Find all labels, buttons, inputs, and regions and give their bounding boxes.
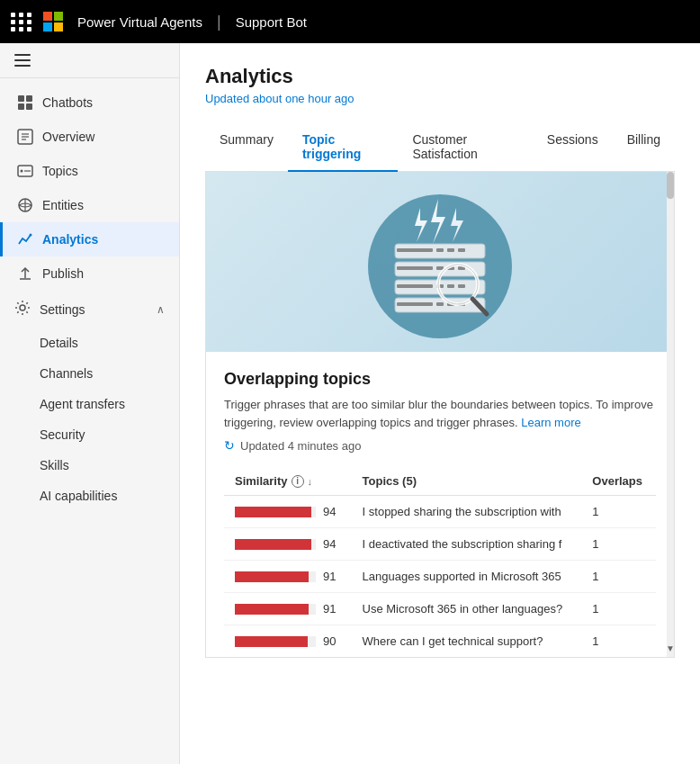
hamburger-menu[interactable]	[14, 54, 165, 67]
similarity-header-label: Similarity	[235, 474, 288, 488]
topic-name[interactable]: I stopped sharing the subscription with	[352, 496, 582, 528]
main-content: Analytics Updated about one hour ago Sum…	[180, 43, 700, 764]
hero-image	[206, 172, 674, 352]
tab-customer-satisfaction[interactable]: Customer Satisfaction	[398, 123, 532, 172]
sidebar-item-entities-label: Entities	[42, 198, 84, 212]
similarity-bar-container	[235, 507, 316, 517]
similarity-bar-container	[235, 636, 316, 647]
subnav-details[interactable]: Details	[0, 328, 179, 358]
topics-icon	[17, 163, 33, 179]
scroll-thumb[interactable]	[667, 172, 674, 199]
tab-summary[interactable]: Summary	[205, 123, 288, 172]
svg-point-9	[21, 170, 23, 173]
tab-billing[interactable]: Billing	[613, 123, 675, 172]
sidebar-item-analytics[interactable]: Analytics	[0, 222, 179, 256]
svg-rect-35	[436, 302, 444, 306]
similarity-bar	[235, 636, 308, 647]
svg-rect-2	[18, 103, 24, 110]
similarity-bar	[235, 539, 311, 550]
refresh-icon[interactable]: ↻	[224, 438, 235, 453]
svg-rect-21	[447, 248, 454, 252]
similarity-value: 91	[323, 570, 336, 583]
waffle-menu[interactable]	[11, 13, 32, 31]
table-row[interactable]: 90 Where can I get technical support? 1	[224, 625, 656, 658]
sidebar-header	[0, 43, 179, 78]
overview-icon	[17, 129, 33, 145]
table-header: Similarity i ↓ Topics (5) Overlaps	[224, 467, 656, 496]
subnav-security[interactable]: Security	[0, 419, 179, 450]
settings-label: Settings	[40, 302, 85, 317]
chatbots-icon	[17, 94, 33, 111]
similarity-bar	[235, 604, 309, 615]
topic-name[interactable]: Use Microsoft 365 in other languages?	[352, 593, 582, 625]
section-description: Trigger phrases that are too similar blu…	[224, 396, 656, 431]
topic-name[interactable]: Where can I get technical support?	[352, 625, 582, 658]
update-timestamp: Updated 4 minutes ago	[240, 439, 361, 453]
svg-rect-20	[436, 248, 444, 252]
scroll-down-arrow[interactable]: ▼	[667, 639, 674, 657]
sidebar-item-entities[interactable]: Entities	[0, 188, 179, 222]
svg-rect-24	[397, 266, 433, 270]
overlaps-count: 1	[581, 625, 656, 658]
similarity-bar-container	[235, 604, 316, 615]
table-row[interactable]: 94 I stopped sharing the subscription wi…	[224, 496, 656, 528]
subnav-agent-transfers[interactable]: Agent transfers	[0, 389, 179, 419]
topic-name[interactable]: I deactivated the subscription sharing f	[352, 528, 582, 561]
sidebar-item-settings[interactable]: Settings ∧	[0, 291, 179, 328]
similarity-info-icon[interactable]: i	[292, 475, 304, 488]
table-row[interactable]: 94 I deactivated the subscription sharin…	[224, 528, 656, 561]
svg-point-16	[20, 305, 25, 310]
analytics-tabs: Summary Topic triggering Customer Satisf…	[205, 123, 675, 172]
similarity-value: 94	[323, 537, 336, 551]
svg-rect-34	[397, 302, 433, 306]
similarity-value: 90	[323, 634, 336, 648]
bot-name: Support Bot	[236, 14, 307, 30]
sidebar-item-chatbots-label: Chatbots	[42, 95, 93, 110]
publish-icon	[17, 265, 33, 282]
topic-name[interactable]: Languages supported in Microsoft 365	[352, 561, 582, 593]
content-area: ▼	[205, 172, 675, 658]
table-row[interactable]: 91 Languages supported in Microsoft 365 …	[224, 561, 656, 593]
th-topics: Topics (5)	[352, 467, 582, 496]
sidebar-item-topics[interactable]: Topics	[0, 154, 179, 188]
sidebar-item-overview[interactable]: Overview	[0, 120, 179, 154]
sidebar-item-chatbots[interactable]: Chatbots	[0, 85, 179, 120]
similarity-cell: 91	[224, 561, 352, 593]
nav-divider: |	[217, 13, 221, 31]
overlaps-count: 1	[581, 593, 656, 625]
sidebar-item-publish-label: Publish	[42, 266, 84, 281]
overlaps-count: 1	[581, 528, 656, 561]
table-header-row: Similarity i ↓ Topics (5) Overlaps	[224, 467, 656, 496]
similarity-cell: 94	[224, 528, 352, 561]
svg-rect-22	[458, 248, 465, 252]
sidebar-item-analytics-label: Analytics	[42, 232, 98, 247]
sidebar-item-publish[interactable]: Publish	[0, 256, 179, 291]
page-title: Analytics	[205, 65, 675, 88]
tab-topic-triggering[interactable]: Topic triggering	[288, 123, 398, 172]
svg-rect-32	[458, 284, 465, 288]
similarity-bar-container	[235, 539, 316, 550]
svg-rect-29	[397, 284, 433, 288]
description-text: Trigger phrases that are too similar blu…	[224, 398, 653, 429]
subnav-skills[interactable]: Skills	[0, 450, 179, 481]
updated-text: Updated about one hour ago	[205, 92, 675, 105]
settings-icon	[14, 300, 31, 319]
table-body: 94 I stopped sharing the subscription wi…	[224, 496, 656, 658]
analytics-icon	[17, 231, 33, 247]
settings-left: Settings	[14, 300, 85, 319]
tab-sessions[interactable]: Sessions	[533, 123, 613, 172]
subnav-channels[interactable]: Channels	[0, 358, 179, 389]
settings-subitems: Details Channels Agent transfers Securit…	[0, 328, 179, 511]
overlaps-count: 1	[581, 561, 656, 593]
sort-icon[interactable]: ↓	[308, 476, 313, 487]
similarity-bar	[235, 507, 311, 517]
svg-rect-1	[26, 95, 32, 102]
settings-chevron: ∧	[157, 303, 165, 316]
subnav-ai-capabilities[interactable]: AI capabilities	[0, 481, 179, 511]
microsoft-logo	[43, 12, 63, 31]
svg-point-13	[30, 234, 32, 237]
sidebar-item-topics-label: Topics	[42, 164, 78, 178]
table-row[interactable]: 91 Use Microsoft 365 in other languages?…	[224, 593, 656, 625]
learn-more-link[interactable]: Learn more	[521, 416, 580, 429]
sidebar: Chatbots Overview	[0, 43, 180, 764]
